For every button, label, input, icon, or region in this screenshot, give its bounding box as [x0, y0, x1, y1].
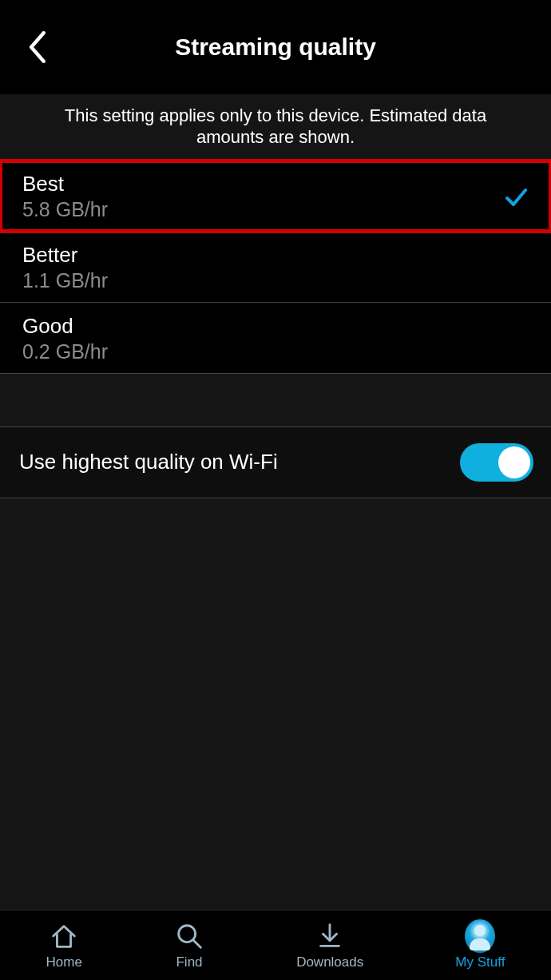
find-icon — [174, 921, 204, 951]
quality-option-better[interactable]: Better1.1 GB/hr — [0, 232, 551, 303]
svg-point-0 — [179, 925, 196, 942]
option-label: Good — [22, 314, 108, 339]
chevron-left-icon — [27, 31, 50, 63]
nav-label: Find — [176, 954, 202, 970]
nav-find[interactable]: Find — [174, 921, 204, 970]
option-label: Best — [22, 172, 108, 196]
quality-option-best[interactable]: Best5.8 GB/hr — [0, 161, 551, 232]
page-title: Streaming quality — [175, 34, 376, 61]
wifi-quality-row[interactable]: Use highest quality on Wi-Fi — [0, 427, 551, 498]
option-text: Good0.2 GB/hr — [22, 314, 108, 363]
downloads-icon — [315, 921, 345, 951]
home-icon — [49, 921, 79, 951]
svg-line-1 — [194, 940, 201, 947]
nav-home[interactable]: Home — [46, 921, 82, 970]
checkmark-icon — [503, 184, 529, 209]
nav-label: Home — [46, 954, 82, 970]
mystuff-icon — [465, 921, 495, 951]
nav-downloads[interactable]: Downloads — [296, 921, 363, 970]
option-subtitle: 1.1 GB/hr — [22, 269, 108, 292]
nav-label: Downloads — [296, 954, 363, 970]
header: Streaming quality — [0, 0, 551, 94]
nav-mystuff[interactable]: My Stuff — [455, 921, 505, 970]
option-subtitle: 5.8 GB/hr — [22, 198, 108, 221]
option-subtitle: 0.2 GB/hr — [22, 340, 108, 363]
section-gap — [0, 373, 551, 427]
wifi-quality-label: Use highest quality on Wi-Fi — [19, 450, 278, 474]
option-label: Better — [22, 243, 108, 268]
bottom-nav: HomeFindDownloadsMy Stuff — [0, 910, 551, 980]
quality-option-good[interactable]: Good0.2 GB/hr — [0, 303, 551, 373]
option-text: Better1.1 GB/hr — [22, 243, 108, 292]
content: This setting applies only to this device… — [0, 94, 551, 980]
quality-options: Best5.8 GB/hrBetter1.1 GB/hrGood0.2 GB/h… — [0, 161, 551, 373]
option-text: Best5.8 GB/hr — [22, 172, 108, 221]
nav-label: My Stuff — [455, 954, 505, 970]
empty-space — [0, 498, 551, 980]
toggle-knob — [498, 446, 530, 478]
subtitle-text: This setting applies only to this device… — [0, 94, 551, 160]
wifi-quality-toggle[interactable] — [460, 443, 533, 482]
back-button[interactable] — [21, 30, 56, 65]
